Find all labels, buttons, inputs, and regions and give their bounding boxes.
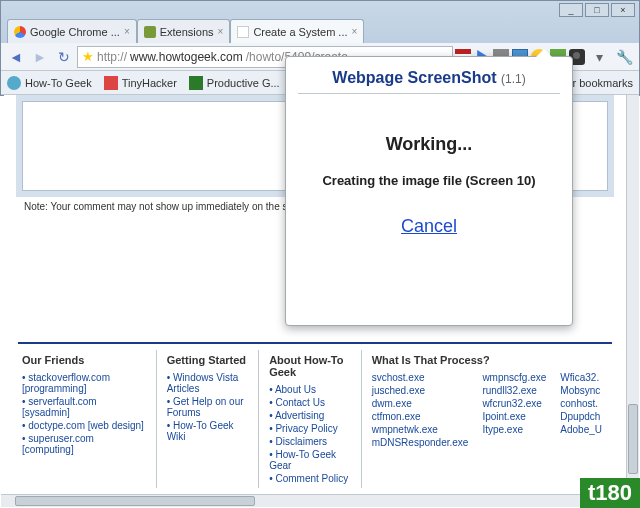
close-icon[interactable]: × xyxy=(218,26,224,37)
watermark: t180 xyxy=(580,478,640,508)
footer-link[interactable]: serverfault.com [sysadmin] xyxy=(22,396,146,418)
maximize-button[interactable]: □ xyxy=(585,3,609,17)
process-link[interactable]: Wfica32. xyxy=(560,372,602,383)
bookmark-howtogeek[interactable]: How-To Geek xyxy=(7,76,92,90)
favicon-icon xyxy=(104,76,118,90)
footer-link[interactable]: Disclaimers xyxy=(269,436,351,447)
process-link[interactable]: mDNSResponder.exe xyxy=(372,437,469,448)
wrench-icon[interactable]: 🔧 xyxy=(613,46,635,68)
footer-link[interactable]: superuser.com [computing] xyxy=(22,433,146,455)
bookmark-star-icon[interactable]: ★ xyxy=(82,49,94,64)
window-titlebar: _ □ × xyxy=(1,1,639,19)
tab-extensions[interactable]: Extensions × xyxy=(137,19,231,43)
close-window-button[interactable]: × xyxy=(611,3,635,17)
footer-link[interactable]: How-To Geek Wiki xyxy=(167,420,249,442)
footer-link[interactable]: doctype.com [web design] xyxy=(22,420,146,431)
bookmark-label: Productive G... xyxy=(207,77,280,89)
vertical-scrollbar[interactable] xyxy=(626,95,639,488)
footer-heading: About How-To Geek xyxy=(269,354,351,378)
tab-label: Google Chrome ... xyxy=(30,26,120,38)
footer-link[interactable]: Privacy Policy xyxy=(269,423,351,434)
bookmark-tinyhacker[interactable]: TinyHacker xyxy=(104,76,177,90)
process-link[interactable]: wmpnscfg.exe xyxy=(482,372,546,383)
horizontal-scrollbar[interactable] xyxy=(1,494,626,507)
forward-button[interactable]: ► xyxy=(29,46,51,68)
tab-label: Create a System ... xyxy=(253,26,347,38)
footer-link[interactable]: Advertising xyxy=(269,410,351,421)
page-favicon xyxy=(237,26,249,38)
minimize-button[interactable]: _ xyxy=(559,3,583,17)
chrome-favicon xyxy=(14,26,26,38)
cancel-link[interactable]: Cancel xyxy=(401,216,457,236)
footer-link[interactable]: How-To Geek Gear xyxy=(269,449,351,471)
footer-link[interactable]: Comment Policy xyxy=(269,473,351,484)
extensions-favicon xyxy=(144,26,156,38)
footer-heading: Getting Started xyxy=(167,354,249,366)
footer-link[interactable]: stackoverflow.com [programming] xyxy=(22,372,146,394)
process-link[interactable]: Dpupdch xyxy=(560,411,602,422)
footer-link[interactable]: Windows Vista Articles xyxy=(167,372,249,394)
bookmark-label: How-To Geek xyxy=(25,77,92,89)
process-link[interactable]: wfcrun32.exe xyxy=(482,398,546,409)
tab-label: Extensions xyxy=(160,26,214,38)
scrollbar-thumb[interactable] xyxy=(15,496,255,506)
page-menu-icon[interactable]: ▾ xyxy=(588,46,610,68)
process-link[interactable]: conhost. xyxy=(560,398,602,409)
process-link[interactable]: rundll32.exe xyxy=(482,385,546,396)
popup-working-label: Working... xyxy=(298,134,560,155)
url-domain: www.howtogeek.com xyxy=(130,50,243,64)
popup-status-text: Creating the image file (Screen 10) xyxy=(298,173,560,188)
process-link[interactable]: Mobsync xyxy=(560,385,602,396)
reload-button[interactable]: ↻ xyxy=(53,46,75,68)
close-icon[interactable]: × xyxy=(124,26,130,37)
process-link[interactable]: Adobe_U xyxy=(560,424,602,435)
bookmark-label: TinyHacker xyxy=(122,77,177,89)
process-link[interactable]: Ipoint.exe xyxy=(482,411,546,422)
footer-divider xyxy=(18,342,612,344)
popup-arrow xyxy=(536,49,552,57)
tab-google-chrome[interactable]: Google Chrome ... × xyxy=(7,19,137,43)
tab-strip: Google Chrome ... × Extensions × Create … xyxy=(1,19,639,43)
globe-icon xyxy=(7,76,21,90)
close-icon[interactable]: × xyxy=(352,26,358,37)
tab-create-system[interactable]: Create a System ... × xyxy=(230,19,364,43)
footer-link[interactable]: About Us xyxy=(269,384,351,395)
bookmark-productive[interactable]: Productive G... xyxy=(189,76,280,90)
footer-link[interactable]: Contact Us xyxy=(269,397,351,408)
process-link[interactable]: dwm.exe xyxy=(372,398,469,409)
footer-heading: Our Friends xyxy=(22,354,146,366)
process-link[interactable]: svchost.exe xyxy=(372,372,469,383)
screenshot-popup: Webpage ScreenShot (1.1) Working... Crea… xyxy=(285,56,573,326)
footer-heading: What Is That Process? xyxy=(372,354,602,366)
process-link[interactable]: Itype.exe xyxy=(482,424,546,435)
footer-link[interactable]: Get Help on our Forums xyxy=(167,396,249,418)
back-button[interactable]: ◄ xyxy=(5,46,27,68)
popup-title: Webpage ScreenShot (1.1) xyxy=(298,69,560,94)
scrollbar-thumb[interactable] xyxy=(628,404,638,474)
process-link[interactable]: wmpnetwk.exe xyxy=(372,424,469,435)
footer-columns: Our Friends stackoverflow.com [programmi… xyxy=(4,350,626,488)
process-link[interactable]: jusched.exe xyxy=(372,385,469,396)
popup-version: (1.1) xyxy=(501,72,526,86)
process-link[interactable]: ctfmon.exe xyxy=(372,411,469,422)
url-protocol: http:// xyxy=(97,50,127,64)
favicon-icon xyxy=(189,76,203,90)
